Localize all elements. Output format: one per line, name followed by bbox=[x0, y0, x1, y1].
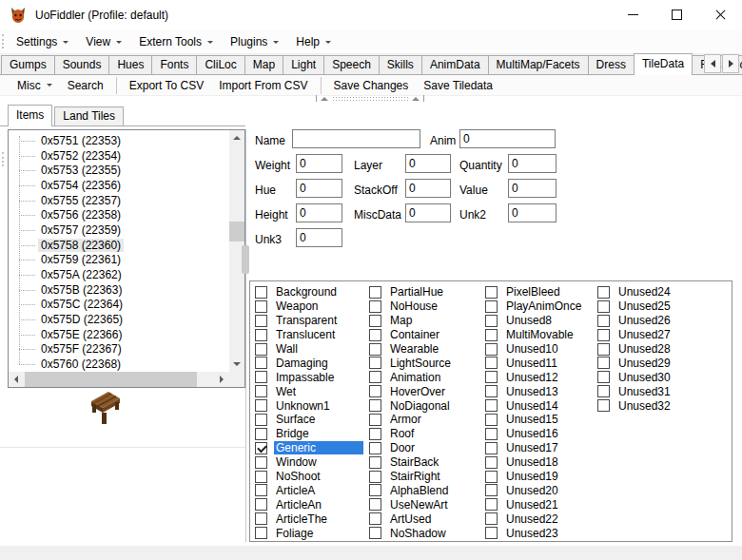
menu-item[interactable]: Extern Tools bbox=[130, 31, 222, 52]
flag-checkbox[interactable] bbox=[369, 512, 381, 525]
flag-row[interactable]: Weapon bbox=[255, 299, 363, 314]
flag-label[interactable]: UseNewArt bbox=[388, 498, 450, 512]
flag-row[interactable]: Unused13 bbox=[485, 384, 594, 398]
flag-row[interactable]: Wall bbox=[255, 342, 363, 357]
hue-input[interactable] bbox=[296, 179, 342, 198]
flag-label[interactable]: Unused20 bbox=[504, 484, 560, 497]
flag-checkbox[interactable] bbox=[369, 428, 381, 440]
flag-row[interactable]: Animation bbox=[369, 370, 478, 384]
search-button[interactable]: Search bbox=[60, 76, 111, 95]
tree-item[interactable]: 0x575E (22366) bbox=[10, 327, 228, 342]
tree-item[interactable]: 0x5757 (22359) bbox=[10, 222, 228, 238]
flag-row[interactable]: Unused15 bbox=[485, 413, 594, 427]
main-tab[interactable]: MultiMap/Facets bbox=[488, 55, 589, 74]
flag-checkbox[interactable] bbox=[485, 399, 498, 412]
flag-checkbox[interactable] bbox=[255, 456, 267, 469]
main-tab[interactable]: Light bbox=[283, 55, 324, 74]
flag-row[interactable]: Unused24 bbox=[597, 285, 706, 299]
flag-checkbox[interactable] bbox=[369, 442, 381, 454]
flag-label[interactable]: Unused13 bbox=[504, 385, 560, 398]
flag-label[interactable]: Background bbox=[274, 285, 339, 299]
flag-row[interactable]: ArtUsed bbox=[369, 512, 478, 526]
flag-checkbox[interactable] bbox=[255, 428, 267, 440]
flag-checkbox[interactable] bbox=[255, 343, 267, 356]
flag-checkbox[interactable] bbox=[597, 385, 610, 397]
flag-row[interactable]: Unused8 bbox=[485, 314, 594, 328]
flag-row[interactable]: Impassable bbox=[255, 370, 363, 384]
flag-checkbox[interactable] bbox=[369, 527, 381, 539]
flag-checkbox[interactable] bbox=[485, 385, 498, 397]
flag-row[interactable]: Unused18 bbox=[485, 455, 594, 470]
weight-input[interactable] bbox=[296, 154, 342, 173]
flag-checkbox[interactable] bbox=[255, 315, 267, 327]
flag-label[interactable]: Animation bbox=[388, 371, 442, 384]
flag-row[interactable]: Unused11 bbox=[485, 356, 594, 370]
flag-row[interactable]: Container bbox=[369, 328, 478, 342]
flag-row[interactable]: Unused12 bbox=[485, 370, 594, 384]
flag-checkbox[interactable] bbox=[597, 343, 610, 356]
main-tab[interactable]: Map bbox=[244, 55, 283, 74]
flag-checkbox[interactable] bbox=[597, 399, 610, 412]
horizontal-scroll-thumb[interactable] bbox=[25, 372, 197, 387]
export-to-csv-button[interactable]: Export To CSV bbox=[122, 76, 211, 95]
flag-label[interactable]: LightSource bbox=[388, 357, 453, 370]
flag-label[interactable]: Container bbox=[388, 328, 441, 341]
tab-land-tiles[interactable]: Land Tiles bbox=[54, 106, 124, 126]
flag-label[interactable]: StairBack bbox=[388, 455, 440, 469]
flag-row[interactable]: Wearable bbox=[369, 342, 478, 357]
scroll-right-button[interactable] bbox=[214, 372, 229, 387]
scroll-left-button[interactable] bbox=[9, 372, 24, 387]
vertical-scroll-thumb[interactable] bbox=[229, 222, 244, 241]
save-changes-button[interactable]: Save Changes bbox=[326, 76, 417, 95]
flag-checkbox[interactable] bbox=[255, 357, 267, 369]
flag-row[interactable]: NoHouse bbox=[369, 299, 478, 314]
flag-row[interactable]: Unused28 bbox=[597, 342, 706, 357]
flag-label[interactable]: Unused11 bbox=[504, 357, 559, 370]
flag-label[interactable]: Unused21 bbox=[504, 498, 560, 512]
flag-checkbox[interactable] bbox=[255, 286, 267, 299]
flag-row[interactable]: PlayAnimOnce bbox=[485, 299, 594, 314]
flag-row[interactable]: Door bbox=[369, 441, 478, 455]
flag-checkbox[interactable] bbox=[255, 471, 267, 483]
flag-row[interactable]: StairBack bbox=[369, 455, 478, 470]
flag-checkbox[interactable] bbox=[255, 300, 267, 313]
flag-row[interactable]: Unused30 bbox=[597, 370, 706, 384]
layer-input[interactable] bbox=[405, 154, 451, 173]
flag-label[interactable]: Wall bbox=[274, 342, 300, 356]
flag-checkbox[interactable] bbox=[255, 442, 267, 454]
minimize-button[interactable] bbox=[611, 0, 654, 29]
flag-checkbox[interactable] bbox=[485, 315, 498, 327]
flag-checkbox[interactable] bbox=[485, 442, 498, 454]
menu-item[interactable]: View bbox=[77, 31, 130, 52]
flag-checkbox[interactable] bbox=[369, 357, 381, 369]
menu-item[interactable]: Help bbox=[287, 31, 340, 52]
flag-checkbox[interactable] bbox=[369, 371, 381, 383]
tree-item[interactable]: 0x575A (22362) bbox=[10, 267, 228, 282]
flag-label[interactable]: Unused17 bbox=[504, 441, 560, 454]
flag-label[interactable]: Unused31 bbox=[616, 385, 673, 398]
flag-row[interactable]: Wet bbox=[255, 384, 363, 398]
main-tab[interactable]: Dress bbox=[588, 55, 635, 74]
flag-checkbox[interactable] bbox=[485, 357, 498, 369]
flag-label[interactable]: Unused19 bbox=[504, 470, 560, 483]
tree-item[interactable]: 0x575B (22363) bbox=[10, 282, 228, 298]
flag-label[interactable]: Unused23 bbox=[504, 527, 560, 540]
flag-row[interactable]: Roof bbox=[369, 427, 478, 441]
flag-checkbox[interactable] bbox=[369, 456, 381, 469]
flag-label[interactable]: NoShadow bbox=[388, 527, 448, 540]
flag-checkbox[interactable] bbox=[255, 527, 267, 539]
flag-checkbox[interactable] bbox=[369, 286, 381, 299]
flag-checkbox[interactable] bbox=[597, 286, 610, 299]
flag-row[interactable]: NoDiagonal bbox=[369, 398, 478, 413]
flag-checkbox[interactable] bbox=[369, 300, 381, 313]
flag-row[interactable]: HoverOver bbox=[369, 384, 478, 398]
flag-row[interactable]: Damaging bbox=[255, 356, 363, 370]
flag-label[interactable]: Door bbox=[388, 441, 417, 454]
flag-checkbox[interactable] bbox=[255, 484, 267, 496]
flag-checkbox[interactable] bbox=[485, 471, 498, 483]
flag-label[interactable]: ArtUsed bbox=[388, 512, 433, 526]
flag-label[interactable]: Map bbox=[388, 314, 414, 327]
flag-row[interactable]: PartialHue bbox=[369, 285, 478, 299]
misc-menu-button[interactable]: Misc bbox=[10, 76, 60, 95]
tree-item[interactable]: 0x5754 (22356) bbox=[10, 178, 228, 193]
